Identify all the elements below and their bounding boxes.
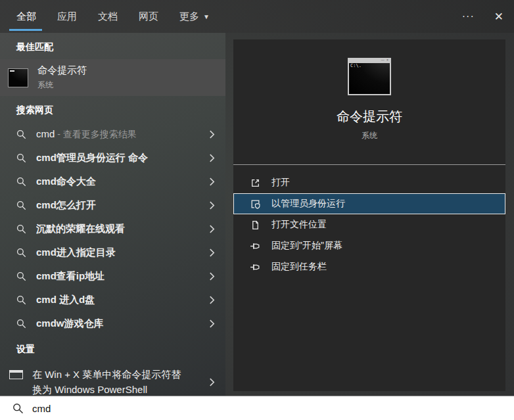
tab-all[interactable]: 全部▼ — [16, 0, 36, 33]
tab-more[interactable]: 更多▼ — [179, 0, 210, 33]
tab-documents[interactable]: 文档▼ — [98, 0, 118, 33]
context-action-row[interactable]: 固定到"开始"屏幕 — [233, 235, 505, 256]
search-suggestion-row[interactable]: cmdw游戏仓库 — [0, 312, 225, 335]
suggestion-label: cmd命令大全 — [36, 175, 209, 188]
search-input[interactable] — [32, 403, 514, 414]
chevron-right-icon — [209, 224, 215, 234]
search-bar[interactable] — [0, 396, 514, 420]
search-suggestion-row[interactable]: cmd怎么打开 — [0, 193, 225, 217]
chevron-right-icon — [209, 129, 215, 139]
chevron-right-icon — [209, 177, 215, 187]
context-action-label: 打开文件位置 — [271, 219, 327, 231]
settings-header: 设置 — [0, 335, 225, 362]
context-action-label: 以管理员身份运行 — [271, 198, 345, 210]
best-match-item[interactable]: 命令提示符 系统 — [0, 59, 225, 96]
app-subtitle: 系统 — [233, 130, 505, 141]
suggestion-label: 沉默的荣耀在线观看 — [36, 223, 209, 235]
search-icon — [16, 129, 26, 139]
search-icon — [16, 295, 26, 305]
context-action-label: 固定到任务栏 — [271, 261, 327, 273]
context-action-row[interactable]: 打开 — [233, 172, 505, 193]
app-title: 命令提示符 — [233, 108, 505, 126]
pin-to-start-icon — [250, 241, 261, 252]
suggestion-label: cmd 进入d盘 — [36, 294, 209, 306]
context-action-row[interactable]: 以管理员身份运行 — [233, 193, 505, 214]
chevron-down-icon: ▼ — [203, 13, 210, 20]
pin-to-taskbar-icon — [250, 262, 261, 273]
search-suggestion-row[interactable]: cmd管理员身份运行 命令 — [0, 146, 225, 170]
best-match-header: 最佳匹配 — [0, 33, 225, 59]
chevron-right-icon — [209, 377, 215, 387]
search-icon — [16, 200, 26, 210]
run-as-admin-icon — [250, 198, 261, 210]
search-results-panel: 最佳匹配 命令提示符 系统 搜索网页 cmd - 查看更多搜索结果 cmd管理员… — [0, 33, 225, 396]
suggestion-label: cmd - 查看更多搜索结果 — [36, 128, 209, 141]
window-icon — [9, 370, 23, 379]
search-suggestion-row[interactable]: cmd查看ip地址 — [0, 264, 225, 288]
settings-item-label: 在 Win + X 菜单中将命令提示符替 换为 Windows PowerShe… — [32, 367, 209, 397]
suggestion-label: cmd查看ip地址 — [36, 270, 209, 283]
search-suggestion-row[interactable]: 沉默的荣耀在线观看 — [0, 217, 225, 241]
search-suggestion-row[interactable]: cmd进入指定目录 — [0, 241, 225, 264]
best-match-title: 命令提示符 — [37, 64, 87, 77]
chevron-right-icon — [209, 271, 215, 281]
search-suggestion-row[interactable]: cmd - 查看更多搜索结果 — [0, 122, 225, 146]
close-icon[interactable]: ✕ — [494, 10, 503, 24]
search-icon — [16, 271, 26, 281]
search-suggestion-row[interactable]: cmd命令大全 — [0, 170, 225, 193]
search-icon — [16, 248, 26, 258]
divider — [233, 164, 505, 165]
command-prompt-icon — [8, 68, 28, 87]
chevron-right-icon — [209, 200, 215, 210]
search-icon — [12, 403, 24, 414]
context-action-label: 固定到"开始"屏幕 — [271, 240, 342, 252]
chevron-right-icon — [209, 153, 215, 163]
file-location-icon — [250, 220, 261, 231]
tab-apps[interactable]: 应用▼ — [57, 0, 77, 33]
web-search-header: 搜索网页 — [0, 96, 225, 122]
search-suggestion-row[interactable]: cmd 进入d盘 — [0, 288, 225, 312]
context-action-row[interactable]: 打开文件位置 — [233, 214, 505, 235]
chevron-right-icon — [209, 295, 215, 305]
search-icon — [16, 319, 26, 329]
context-action-label: 打开 — [271, 177, 290, 189]
best-match-subtitle: 系统 — [37, 80, 87, 91]
search-icon — [16, 224, 26, 234]
context-panel: 命令提示符 系统 打开 以管理员身份运行 打开文件位置 固定到"开始"屏幕 固定… — [233, 39, 505, 391]
chevron-right-icon — [209, 319, 215, 329]
tab-web[interactable]: 网页▼ — [139, 0, 158, 33]
search-filter-tabbar: 全部▼应用▼文档▼网页▼更多▼ ··· ✕ — [0, 0, 514, 33]
suggestion-label: cmd进入指定目录 — [36, 246, 209, 259]
command-prompt-icon — [348, 58, 391, 95]
search-icon — [16, 177, 26, 187]
more-options-icon[interactable]: ··· — [462, 13, 475, 20]
context-action-row[interactable]: 固定到任务栏 — [233, 256, 505, 277]
search-icon — [16, 153, 26, 163]
open-icon — [250, 177, 261, 189]
suggestion-label: cmd怎么打开 — [36, 199, 209, 212]
chevron-right-icon — [209, 248, 215, 258]
suggestion-label: cmdw游戏仓库 — [36, 317, 209, 330]
suggestion-label: cmd管理员身份运行 命令 — [36, 152, 209, 164]
